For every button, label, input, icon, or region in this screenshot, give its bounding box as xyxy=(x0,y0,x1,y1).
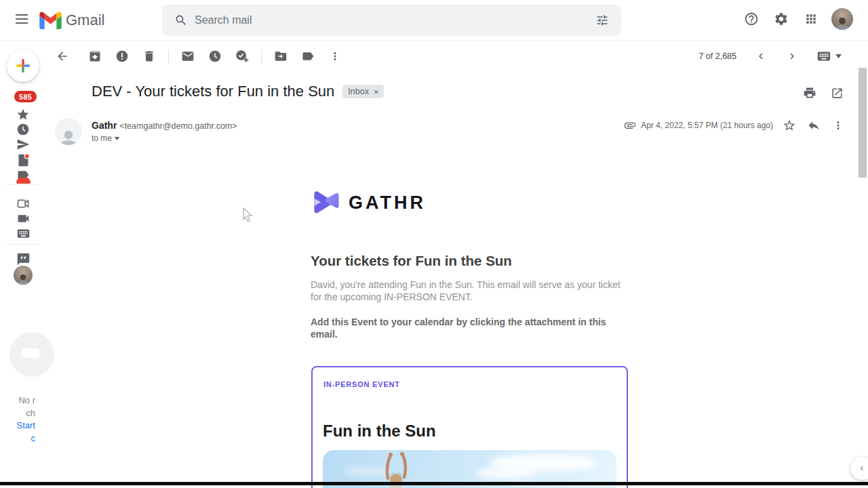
chat-quote-icon xyxy=(16,252,30,266)
archive-button[interactable] xyxy=(81,43,108,70)
settings-button[interactable] xyxy=(768,5,795,33)
header-actions xyxy=(738,5,856,33)
tune-icon xyxy=(595,14,609,27)
inbox-label-chip[interactable]: Inbox × xyxy=(342,85,384,98)
search-bar[interactable] xyxy=(162,5,621,36)
apps-grid-icon xyxy=(804,12,818,26)
subject-row: DEV - Your tickets for Fun in the Sun In… xyxy=(92,83,384,100)
printer-icon xyxy=(803,86,816,100)
sidebar-item-snoozed[interactable] xyxy=(16,123,30,136)
inbox-unread-badge[interactable]: 585 xyxy=(14,91,37,102)
keyboard-icon xyxy=(16,226,30,241)
chevron-left-icon xyxy=(755,50,767,62)
open-in-new-icon xyxy=(831,87,844,100)
sender-avatar[interactable] xyxy=(55,118,82,145)
bottom-black-bar xyxy=(0,482,868,485)
snooze-button[interactable] xyxy=(201,43,229,70)
sender-address: <teamgathr@demo.gathr.com> xyxy=(119,121,237,131)
start-chat-link[interactable]: Start xyxy=(0,420,35,432)
mark-unread-button[interactable] xyxy=(174,43,201,70)
gathr-brand-name: GATHR xyxy=(349,192,426,214)
dropdown-caret-icon xyxy=(835,54,842,58)
scrollbar-thumb[interactable] xyxy=(859,68,867,178)
toolbar-divider xyxy=(168,49,169,63)
recipient-details-toggle[interactable]: to me xyxy=(92,134,237,143)
search-icon xyxy=(174,14,188,27)
chat-empty-state-text: No r ch Start c xyxy=(0,394,35,445)
sidebar-item-drafts[interactable] xyxy=(16,153,30,167)
toolbar-divider xyxy=(261,49,262,63)
top-header: Gmail xyxy=(0,0,868,41)
reply-button[interactable] xyxy=(802,113,826,138)
chevron-left-icon xyxy=(858,464,866,472)
star-icon xyxy=(16,108,30,121)
reply-arrow-icon xyxy=(807,119,821,132)
sender-block: Gathr<teamgathr@demo.gathr.com> to me xyxy=(92,120,237,143)
label-icon xyxy=(301,49,315,63)
sidebar-item-sent[interactable] xyxy=(16,138,30,151)
pagination-counter: 7 of 2,685 xyxy=(698,52,736,61)
message-window-actions xyxy=(796,79,850,106)
support-button[interactable] xyxy=(738,5,765,33)
input-method-button[interactable] xyxy=(810,43,848,70)
more-actions-button[interactable] xyxy=(321,43,349,70)
mouse-cursor xyxy=(241,207,255,224)
delete-button[interactable] xyxy=(136,43,163,70)
open-in-new-window-button[interactable] xyxy=(823,79,850,106)
move-to-button[interactable] xyxy=(267,43,294,70)
toolbar-right-group: 7 of 2,685 xyxy=(698,43,848,70)
print-button[interactable] xyxy=(796,79,823,106)
task-check-plus-icon xyxy=(235,49,250,64)
chat-status-avatar[interactable] xyxy=(14,266,33,285)
email-body: GATHR Your tickets for Fun in the Sun Da… xyxy=(311,188,629,340)
compose-button[interactable] xyxy=(7,49,39,82)
email-intro-paragraph: David, you're attending Fun in the Sun. … xyxy=(311,279,627,303)
side-panel-collapse-button[interactable] xyxy=(850,457,868,480)
keyboard-icon xyxy=(816,49,831,64)
app-name: Gmail xyxy=(66,12,104,29)
clock-icon xyxy=(16,123,30,136)
clock-icon xyxy=(208,49,222,63)
sidebar-item-join-meeting[interactable] xyxy=(16,211,30,225)
message-more-button[interactable] xyxy=(826,113,850,138)
sidebar-divider xyxy=(6,184,40,185)
search-button[interactable] xyxy=(167,7,195,34)
chat-text-line: No r xyxy=(0,394,35,407)
report-spam-button[interactable] xyxy=(108,43,136,70)
sidebar-rail: 585 xyxy=(0,41,46,488)
videocam-outline-icon xyxy=(16,197,30,211)
toolbar-left-group xyxy=(49,43,349,70)
search-options-button[interactable] xyxy=(589,7,616,34)
start-chat-link[interactable]: c xyxy=(0,432,35,445)
star-message-button[interactable] xyxy=(777,113,802,138)
older-conversation-button[interactable] xyxy=(778,43,806,70)
remove-label-icon[interactable]: × xyxy=(374,87,379,96)
sidebar-item-new-meeting[interactable] xyxy=(16,197,30,210)
help-icon xyxy=(744,12,759,26)
sender-name: Gathr xyxy=(92,120,117,131)
google-apps-button[interactable] xyxy=(797,5,825,33)
report-spam-icon xyxy=(115,49,129,63)
email-subject: DEV - Your tickets for Fun in the Sun xyxy=(92,83,334,100)
back-arrow-icon xyxy=(56,49,69,63)
sidebar-item-chat[interactable] xyxy=(16,252,30,266)
main-menu-button[interactable] xyxy=(8,5,35,33)
chip-label: Inbox xyxy=(348,87,369,96)
sidebar-item-meet-keyboard[interactable] xyxy=(16,226,30,240)
account-button[interactable] xyxy=(829,5,856,33)
more-vert-icon xyxy=(329,50,341,62)
sidebar-item-red-label-partial[interactable] xyxy=(16,178,31,184)
event-type-label: IN-PERSON EVENT xyxy=(323,380,400,388)
message-timestamp: Apr 4, 2022, 5:57 PM (21 hours ago) xyxy=(641,121,773,130)
videocam-filled-icon xyxy=(16,211,30,226)
newer-conversation-button[interactable] xyxy=(747,43,774,70)
labels-button[interactable] xyxy=(294,43,321,70)
sidebar-item-starred[interactable] xyxy=(16,108,30,121)
search-input[interactable] xyxy=(195,14,589,26)
back-to-inbox-button[interactable] xyxy=(49,43,76,70)
envelope-icon xyxy=(181,49,195,63)
send-icon xyxy=(16,138,30,151)
gathr-logo-icon xyxy=(311,188,342,217)
dropdown-caret-icon xyxy=(114,137,120,140)
add-to-tasks-button[interactable] xyxy=(229,43,256,70)
